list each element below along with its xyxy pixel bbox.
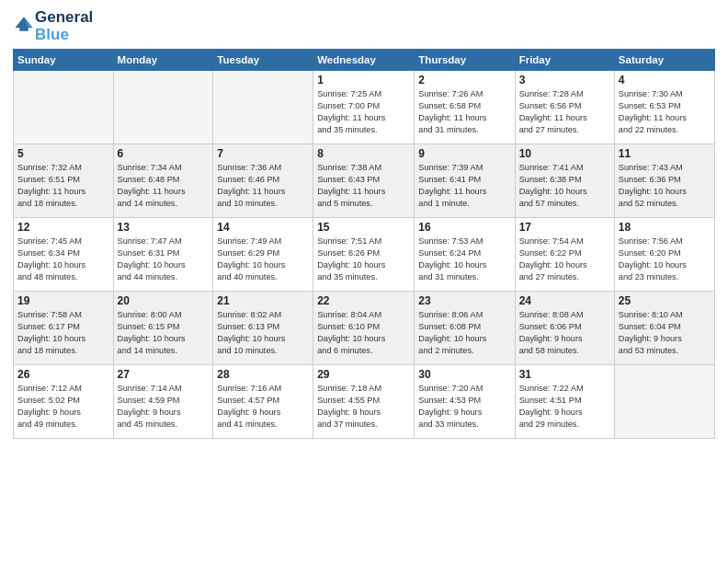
day-info: Sunrise: 7:14 AMSunset: 4:59 PMDaylight:…: [118, 383, 210, 431]
day-number: 6: [118, 147, 210, 160]
day-info: Sunrise: 7:41 AMSunset: 6:38 PMDaylight:…: [519, 162, 610, 210]
day-number: 7: [217, 147, 309, 160]
calendar-cell: 18Sunrise: 7:56 AMSunset: 6:20 PMDayligh…: [614, 218, 714, 292]
calendar-week-row-4: 19Sunrise: 7:58 AMSunset: 6:17 PMDayligh…: [14, 292, 715, 365]
calendar-cell: 24Sunrise: 8:08 AMSunset: 6:06 PMDayligh…: [515, 292, 614, 365]
weekday-header-saturday: Saturday: [614, 50, 714, 71]
day-number: 20: [118, 294, 210, 307]
day-info: Sunrise: 7:53 AMSunset: 6:24 PMDaylight:…: [418, 236, 510, 283]
day-info: Sunrise: 7:16 AMSunset: 4:57 PMDaylight:…: [217, 383, 309, 431]
calendar-cell: 1Sunrise: 7:25 AMSunset: 7:00 PMDaylight…: [313, 71, 415, 144]
calendar-cell: 8Sunrise: 7:38 AMSunset: 6:43 PMDaylight…: [313, 144, 415, 218]
calendar-cell: 3Sunrise: 7:28 AMSunset: 6:56 PMDaylight…: [515, 71, 614, 144]
day-info: Sunrise: 8:00 AMSunset: 6:15 PMDaylight:…: [118, 309, 210, 357]
calendar-week-row-5: 26Sunrise: 7:12 AMSunset: 5:02 PMDayligh…: [14, 365, 715, 439]
day-info: Sunrise: 7:58 AMSunset: 6:17 PMDaylight:…: [17, 309, 109, 357]
day-number: 17: [519, 221, 610, 234]
day-number: 31: [519, 368, 610, 381]
weekday-header-row: SundayMondayTuesdayWednesdayThursdayFrid…: [14, 50, 715, 71]
weekday-header-tuesday: Tuesday: [213, 50, 313, 71]
day-number: 10: [519, 147, 610, 160]
day-info: Sunrise: 8:02 AMSunset: 6:13 PMDaylight:…: [217, 309, 309, 357]
day-info: Sunrise: 7:56 AMSunset: 6:20 PMDaylight:…: [619, 236, 711, 283]
day-number: 21: [217, 294, 309, 307]
day-number: 5: [17, 147, 109, 160]
calendar-cell: 11Sunrise: 7:43 AMSunset: 6:36 PMDayligh…: [614, 144, 714, 218]
day-info: Sunrise: 8:10 AMSunset: 6:04 PMDaylight:…: [619, 309, 711, 357]
day-info: Sunrise: 7:22 AMSunset: 4:51 PMDaylight:…: [519, 383, 610, 431]
calendar-cell: [614, 365, 714, 439]
day-number: 25: [619, 294, 711, 307]
calendar-cell: [14, 71, 114, 144]
day-number: 12: [17, 221, 109, 234]
logo-icon: [13, 13, 35, 35]
day-number: 11: [619, 147, 711, 160]
calendar-cell: 10Sunrise: 7:41 AMSunset: 6:38 PMDayligh…: [515, 144, 614, 218]
day-info: Sunrise: 7:12 AMSunset: 5:02 PMDaylight:…: [17, 383, 109, 431]
day-info: Sunrise: 7:25 AMSunset: 7:00 PMDaylight:…: [317, 88, 410, 136]
day-info: Sunrise: 7:54 AMSunset: 6:22 PMDaylight:…: [519, 236, 610, 283]
calendar-cell: 6Sunrise: 7:34 AMSunset: 6:48 PMDaylight…: [113, 144, 213, 218]
day-number: 26: [17, 368, 109, 381]
day-info: Sunrise: 7:43 AMSunset: 6:36 PMDaylight:…: [619, 162, 711, 210]
calendar-cell: 14Sunrise: 7:49 AMSunset: 6:29 PMDayligh…: [213, 218, 313, 292]
weekday-header-friday: Friday: [515, 50, 614, 71]
day-info: Sunrise: 7:49 AMSunset: 6:29 PMDaylight:…: [217, 236, 309, 283]
calendar-cell: 29Sunrise: 7:18 AMSunset: 4:55 PMDayligh…: [313, 365, 415, 439]
calendar-cell: 5Sunrise: 7:32 AMSunset: 6:51 PMDaylight…: [14, 144, 114, 218]
calendar-table: SundayMondayTuesdayWednesdayThursdayFrid…: [13, 49, 715, 439]
day-info: Sunrise: 8:08 AMSunset: 6:06 PMDaylight:…: [519, 309, 610, 357]
day-info: Sunrise: 8:04 AMSunset: 6:10 PMDaylight:…: [317, 309, 410, 357]
day-number: 14: [217, 221, 309, 234]
calendar-cell: [213, 71, 313, 144]
weekday-header-monday: Monday: [113, 50, 213, 71]
day-info: Sunrise: 7:39 AMSunset: 6:41 PMDaylight:…: [418, 162, 510, 210]
logo: General Blue: [13, 9, 93, 43]
day-info: Sunrise: 7:45 AMSunset: 6:34 PMDaylight:…: [17, 236, 109, 283]
calendar-cell: 25Sunrise: 8:10 AMSunset: 6:04 PMDayligh…: [614, 292, 714, 365]
calendar-cell: 21Sunrise: 8:02 AMSunset: 6:13 PMDayligh…: [213, 292, 313, 365]
calendar-week-row-1: 1Sunrise: 7:25 AMSunset: 7:00 PMDaylight…: [14, 71, 715, 144]
calendar-cell: 15Sunrise: 7:51 AMSunset: 6:26 PMDayligh…: [313, 218, 415, 292]
day-number: 16: [418, 221, 510, 234]
calendar-cell: 13Sunrise: 7:47 AMSunset: 6:31 PMDayligh…: [113, 218, 213, 292]
weekday-header-wednesday: Wednesday: [313, 50, 415, 71]
day-number: 19: [17, 294, 109, 307]
day-number: 13: [118, 221, 210, 234]
day-info: Sunrise: 7:51 AMSunset: 6:26 PMDaylight:…: [317, 236, 410, 283]
day-number: 24: [519, 294, 610, 307]
day-number: 4: [619, 74, 711, 86]
day-info: Sunrise: 7:32 AMSunset: 6:51 PMDaylight:…: [17, 162, 109, 210]
calendar-cell: 12Sunrise: 7:45 AMSunset: 6:34 PMDayligh…: [14, 218, 114, 292]
calendar-cell: 17Sunrise: 7:54 AMSunset: 6:22 PMDayligh…: [515, 218, 614, 292]
calendar-cell: 28Sunrise: 7:16 AMSunset: 4:57 PMDayligh…: [213, 365, 313, 439]
calendar-week-row-2: 5Sunrise: 7:32 AMSunset: 6:51 PMDaylight…: [14, 144, 715, 218]
day-number: 28: [217, 368, 309, 381]
day-info: Sunrise: 7:26 AMSunset: 6:58 PMDaylight:…: [418, 88, 510, 136]
calendar-cell: [113, 71, 213, 144]
day-info: Sunrise: 7:20 AMSunset: 4:53 PMDaylight:…: [418, 383, 510, 431]
day-info: Sunrise: 7:34 AMSunset: 6:48 PMDaylight:…: [118, 162, 210, 210]
weekday-header-thursday: Thursday: [415, 50, 515, 71]
calendar-cell: 30Sunrise: 7:20 AMSunset: 4:53 PMDayligh…: [415, 365, 515, 439]
day-info: Sunrise: 7:28 AMSunset: 6:56 PMDaylight:…: [519, 88, 610, 136]
day-number: 1: [317, 74, 410, 86]
day-number: 30: [418, 368, 510, 381]
day-number: 15: [317, 221, 410, 234]
calendar-cell: 16Sunrise: 7:53 AMSunset: 6:24 PMDayligh…: [415, 218, 515, 292]
calendar-cell: 9Sunrise: 7:39 AMSunset: 6:41 PMDaylight…: [415, 144, 515, 218]
logo-text-line2: Blue: [35, 27, 93, 44]
day-number: 2: [418, 74, 510, 86]
day-number: 18: [619, 221, 711, 234]
weekday-header-sunday: Sunday: [14, 50, 114, 71]
calendar-cell: 7Sunrise: 7:36 AMSunset: 6:46 PMDaylight…: [213, 144, 313, 218]
day-info: Sunrise: 7:36 AMSunset: 6:46 PMDaylight:…: [217, 162, 309, 210]
calendar-cell: 22Sunrise: 8:04 AMSunset: 6:10 PMDayligh…: [313, 292, 415, 365]
day-number: 27: [118, 368, 210, 381]
calendar-cell: 26Sunrise: 7:12 AMSunset: 5:02 PMDayligh…: [14, 365, 114, 439]
day-info: Sunrise: 8:06 AMSunset: 6:08 PMDaylight:…: [418, 309, 510, 357]
day-info: Sunrise: 7:38 AMSunset: 6:43 PMDaylight:…: [317, 162, 410, 210]
day-number: 9: [418, 147, 510, 160]
day-info: Sunrise: 7:18 AMSunset: 4:55 PMDaylight:…: [317, 383, 410, 431]
svg-marker-0: [15, 17, 32, 31]
